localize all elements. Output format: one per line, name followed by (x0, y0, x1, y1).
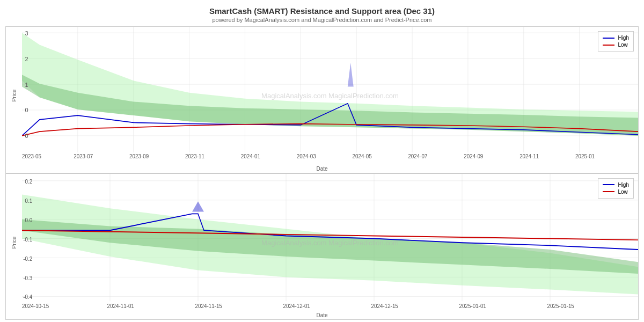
chart2-inner: Price MagicalAnalysis.com MagicalPredict… (6, 174, 638, 312)
chart2-x-label: Date (6, 311, 638, 319)
chart1-wrapper: Price MagicalAnalysis.com MagicalPredict… (5, 26, 639, 173)
svg-text:2023-09: 2023-09 (129, 153, 149, 159)
svg-text:2024-11-01: 2024-11-01 (107, 302, 134, 309)
svg-text:2024-09: 2024-09 (464, 153, 484, 159)
chart1-legend: High Low (598, 31, 634, 52)
chart2-low-label: Low (618, 189, 627, 195)
page-container: SmartCash (SMART) Resistance and Support… (0, 0, 644, 322)
svg-text:0.2: 0.2 (25, 178, 32, 185)
chart2-legend-high: High (603, 182, 629, 188)
svg-text:2024-01: 2024-01 (241, 153, 261, 159)
svg-text:-0.2: -0.2 (23, 254, 32, 261)
charts-area: Price MagicalAnalysis.com MagicalPredict… (5, 26, 639, 320)
chart1-low-line-icon (603, 45, 614, 46)
chart1-high-label: High (618, 35, 629, 41)
svg-text:2024-10-15: 2024-10-15 (22, 302, 49, 309)
svg-text:2024-12-15: 2024-12-15 (371, 302, 398, 309)
chart1-legend-low: Low (603, 42, 629, 48)
svg-text:2: 2 (25, 55, 28, 62)
chart1-y-label: Price (6, 27, 22, 165)
chart2-low-line-icon (603, 191, 614, 192)
svg-text:0: 0 (25, 133, 28, 139)
chart1-x-label: Date (6, 165, 638, 173)
svg-text:0.1: 0.1 (25, 197, 32, 204)
svg-text:2025-01: 2025-01 (575, 153, 595, 159)
chart2-y-label: Price (6, 174, 22, 312)
chart1-inner: Price MagicalAnalysis.com MagicalPredict… (6, 27, 638, 165)
svg-text:2024-11: 2024-11 (519, 153, 539, 159)
svg-text:1: 1 (25, 81, 28, 87)
chart1-legend-high: High (603, 35, 629, 41)
svg-text:2023-05: 2023-05 (22, 153, 42, 159)
svg-marker-17 (348, 63, 354, 87)
chart2-high-label: High (618, 182, 629, 188)
svg-text:2025-01-15: 2025-01-15 (547, 302, 574, 309)
chart2-legend: High Low (598, 178, 634, 199)
chart2-svg: 0.2 0.1 0.0 -0.1 -0.2 -0.3 -0.4 2024-10-… (22, 174, 638, 312)
chart2-legend-low: Low (603, 189, 629, 195)
svg-text:2023-11: 2023-11 (185, 153, 205, 159)
svg-text:-0.3: -0.3 (23, 274, 32, 281)
chart1-high-line-icon (603, 38, 614, 39)
header: SmartCash (SMART) Resistance and Support… (5, 4, 639, 24)
svg-text:0: 0 (25, 107, 28, 113)
svg-text:-0.4: -0.4 (23, 293, 32, 300)
svg-text:2024-12-01: 2024-12-01 (283, 302, 310, 309)
svg-text:2023-07: 2023-07 (74, 153, 93, 159)
svg-text:2024-05: 2024-05 (353, 153, 372, 159)
svg-text:2025-01-01: 2025-01-01 (459, 302, 486, 309)
chart2-content: MagicalAnalysis.com MagicalPrediction.co… (22, 174, 638, 312)
svg-text:2024-07: 2024-07 (408, 153, 428, 159)
svg-text:-0.1: -0.1 (23, 235, 32, 242)
chart1-low-label: Low (618, 42, 627, 48)
svg-text:3: 3 (25, 30, 28, 36)
svg-text:2024-11-15: 2024-11-15 (195, 302, 222, 309)
subtitle: powered by MagicalAnalysis.com and Magic… (5, 17, 639, 23)
chart1-svg: 3 2 1 0 0 2023-05 2023-07 2023-09 2023-1… (22, 27, 638, 165)
chart2-high-line-icon (603, 184, 614, 185)
chart2-wrapper: Price MagicalAnalysis.com MagicalPredict… (5, 173, 639, 320)
main-title: SmartCash (SMART) Resistance and Support… (5, 6, 639, 16)
svg-text:2024-03: 2024-03 (297, 153, 317, 159)
svg-text:0.0: 0.0 (25, 216, 32, 223)
svg-marker-49 (192, 201, 204, 211)
chart1-content: MagicalAnalysis.com MagicalPrediction.co… (22, 27, 638, 165)
